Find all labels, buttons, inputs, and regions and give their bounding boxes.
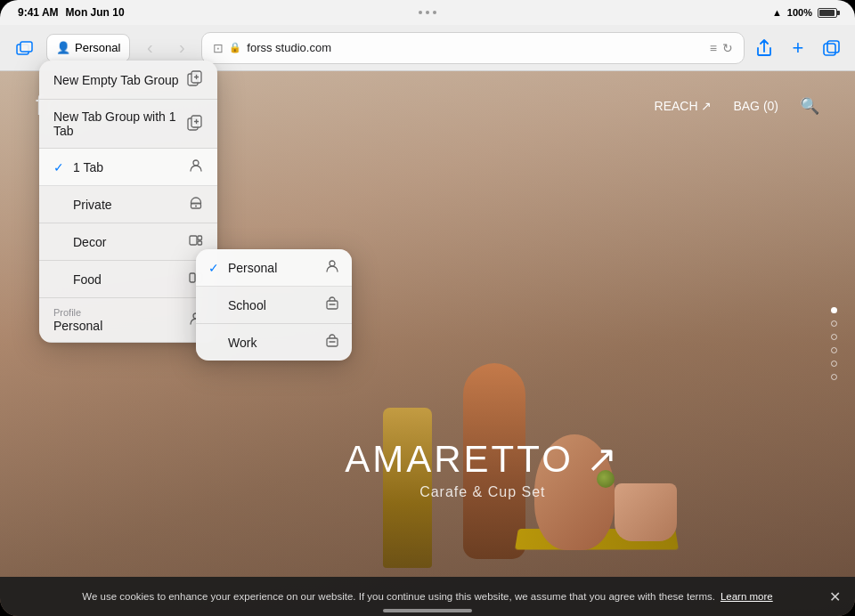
home-indicator [383, 609, 472, 612]
profile-personal-item[interactable]: ✓ Personal [196, 249, 352, 287]
cup [615, 483, 677, 541]
scroll-dot-2 [831, 320, 837, 327]
svg-rect-18 [190, 273, 195, 282]
svg-point-14 [195, 206, 197, 207]
battery: 100% [787, 7, 812, 18]
address-bar[interactable]: ⊡ 🔒 forss studio.com ≡ ↻ [201, 32, 745, 64]
1-tab-check-icon: ✓ [53, 160, 68, 174]
profile-school-item[interactable]: School [196, 287, 352, 324]
decor-icon [189, 233, 203, 250]
search-icon[interactable]: 🔍 [800, 96, 819, 116]
personal-icon [325, 259, 339, 276]
decor-item[interactable]: Decor [39, 223, 217, 261]
reload-icon[interactable]: ↻ [722, 41, 733, 55]
svg-rect-15 [190, 236, 197, 245]
private-icon [189, 196, 203, 213]
school-icon [325, 296, 339, 313]
tab-switcher-button[interactable] [11, 36, 39, 61]
work-label: Work [228, 336, 256, 350]
food-label: Food [73, 272, 102, 287]
share-button[interactable] [752, 36, 777, 61]
cookie-learn-more[interactable]: Learn more [721, 591, 773, 602]
svg-point-21 [330, 261, 335, 266]
svg-rect-1 [20, 42, 32, 52]
site-nav: REACH ↗ BAG (0) 🔍 [655, 96, 819, 116]
new-empty-tab-group-icon [187, 70, 203, 89]
1-tab-item[interactable]: ✓ 1 Tab [39, 149, 217, 186]
scroll-indicators [831, 307, 837, 380]
display-icon: ⊡ [213, 41, 224, 55]
svg-rect-16 [198, 236, 202, 240]
time: 9:41 AM [18, 6, 59, 19]
scroll-dot-1 [831, 307, 837, 313]
work-icon [325, 334, 339, 351]
1-tab-person-icon [189, 158, 203, 175]
date: Mon Jun 10 [66, 6, 125, 19]
scroll-dot-3 [831, 334, 837, 340]
battery-icon [818, 8, 837, 18]
profile-tab[interactable]: 👤 Personal [46, 34, 130, 62]
tabs-button[interactable] [819, 36, 844, 61]
new-empty-tab-group-item[interactable]: New Empty Tab Group [39, 61, 217, 100]
hero-text: AMARETTO ↗ Carafe & Cup Set [345, 437, 620, 500]
private-label: Private [73, 198, 112, 212]
product-display [356, 265, 712, 577]
decor-label: Decor [73, 235, 106, 249]
svg-rect-3 [827, 41, 839, 53]
lock-icon: 🔒 [229, 42, 241, 53]
svg-rect-17 [198, 241, 202, 245]
profile-work-item[interactable]: Work [196, 324, 352, 361]
new-empty-tab-group-label: New Empty Tab Group [53, 73, 179, 87]
reader-icon: ≡ [710, 41, 717, 55]
profile-person-icon: 👤 [56, 41, 70, 54]
profile-section-label: Profile [53, 307, 102, 318]
new-tab-group-with-1-tab-item[interactable]: New Tab Group with 1 Tab [39, 100, 217, 149]
wifi-icon: ▲ [772, 7, 782, 18]
forward-button[interactable]: › [169, 36, 194, 61]
svg-point-12 [193, 160, 199, 166]
scroll-dot-4 [831, 347, 837, 353]
profile-section-value: Personal [53, 319, 102, 333]
personal-check-icon: ✓ [208, 261, 223, 275]
status-bar: 9:41 AM Mon Jun 10 ▲ 100% [0, 0, 855, 25]
new-tab-group-with-1-tab-label: New Tab Group with 1 Tab [53, 109, 187, 138]
food-item[interactable]: Food [39, 261, 217, 298]
reach-link[interactable]: REACH ↗ [655, 99, 712, 113]
cookie-close-button[interactable]: ✕ [829, 588, 841, 605]
tab-group-dropdown: New Empty Tab Group New Tab Group with 1… [39, 61, 217, 343]
scroll-dot-5 [831, 361, 837, 367]
profile-tab-label: Personal [75, 41, 120, 54]
private-item[interactable]: Private [39, 186, 217, 223]
profile-submenu: ✓ Personal School [196, 249, 352, 361]
profile-section[interactable]: Profile Personal [39, 298, 217, 343]
new-tab-group-with-1-tab-icon [187, 115, 203, 134]
hero-subtitle: Carafe & Cup Set [345, 484, 620, 500]
toolbar-right: + [752, 36, 844, 61]
scroll-dot-6 [831, 374, 837, 380]
bag-link[interactable]: BAG (0) [733, 99, 778, 113]
url-text: forss studio.com [247, 41, 331, 54]
cookie-text: We use cookies to enhance your experienc… [82, 591, 715, 602]
personal-label: Personal [228, 261, 277, 275]
school-label: School [228, 298, 266, 312]
status-right: ▲ 100% [772, 7, 837, 18]
new-tab-button[interactable]: + [786, 36, 810, 61]
status-left: 9:41 AM Mon Jun 10 [18, 6, 125, 19]
back-button[interactable]: ‹ [137, 36, 162, 61]
hero-title: AMARETTO ↗ [345, 437, 620, 481]
1-tab-label: 1 Tab [73, 160, 103, 174]
